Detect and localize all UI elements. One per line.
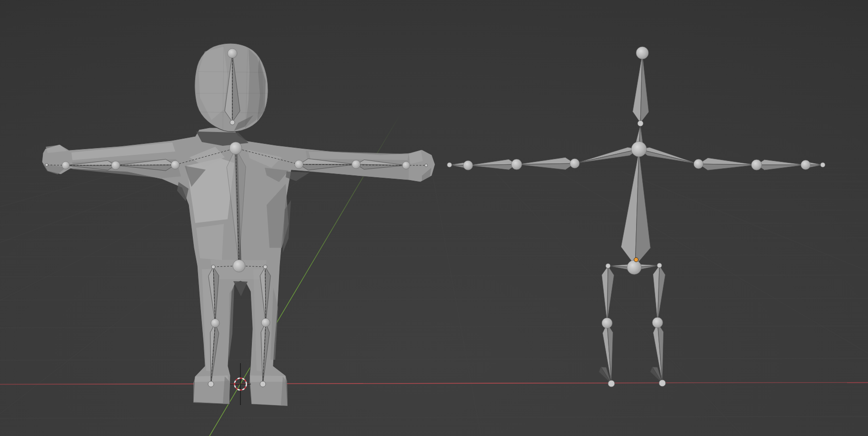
joint-sphere[interactable] [801, 160, 810, 170]
joint-sphere[interactable] [261, 318, 270, 327]
object-origin-dot[interactable] [634, 258, 639, 262]
joint-dot[interactable] [638, 121, 643, 126]
joint-sphere[interactable] [352, 160, 360, 169]
joint-sphere[interactable] [402, 162, 410, 169]
joint-sphere[interactable] [652, 317, 663, 328]
joint-dot[interactable] [608, 380, 615, 387]
joint-sphere[interactable] [111, 161, 120, 170]
joint-dot[interactable] [230, 120, 235, 125]
joint-dot[interactable] [425, 164, 428, 167]
joint-sphere[interactable] [233, 260, 245, 272]
joint-sphere[interactable] [631, 142, 647, 157]
joint-dot[interactable] [211, 265, 215, 269]
joint-dot[interactable] [447, 162, 452, 167]
joint-sphere[interactable] [570, 159, 579, 168]
joint-sphere[interactable] [295, 160, 303, 169]
joint-sphere[interactable] [511, 159, 522, 170]
blender-3d-viewport[interactable] [0, 0, 868, 436]
joint-sphere[interactable] [602, 318, 612, 328]
joint-dot[interactable] [260, 381, 266, 387]
joint-sphere[interactable] [627, 260, 641, 274]
viewport-scene [0, 0, 868, 436]
joint-dot[interactable] [208, 381, 214, 387]
joint-dot[interactable] [820, 162, 825, 167]
joint-sphere[interactable] [636, 47, 649, 59]
viewport-background [0, 0, 868, 436]
joint-sphere[interactable] [62, 162, 70, 169]
joint-sphere[interactable] [171, 161, 180, 169]
joint-dot[interactable] [45, 163, 48, 166]
joint-sphere[interactable] [211, 319, 219, 327]
joint-dot[interactable] [657, 263, 662, 268]
joint-sphere[interactable] [694, 159, 703, 169]
joint-sphere[interactable] [228, 49, 237, 58]
joint-dot[interactable] [659, 380, 666, 386]
joint-sphere[interactable] [229, 142, 242, 154]
joint-sphere[interactable] [751, 160, 762, 170]
joint-dot[interactable] [263, 265, 267, 269]
joint-dot[interactable] [606, 264, 610, 268]
joint-sphere[interactable] [463, 161, 473, 170]
